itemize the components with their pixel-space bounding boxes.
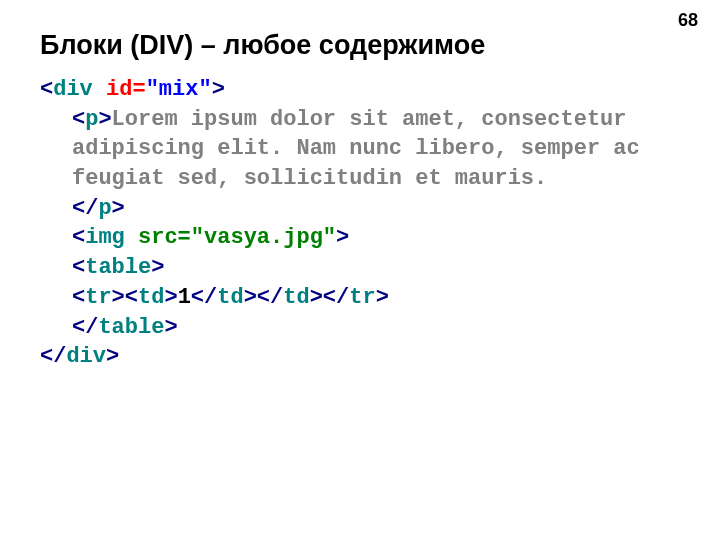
code-table-close: </table>: [72, 315, 178, 340]
angle-close: >: [112, 285, 125, 310]
attr-id: id=: [106, 77, 146, 102]
code-row: <tr><td>1</td></td></tr>: [72, 285, 389, 310]
slide-title: Блоки (DIV) – любое содержимое: [40, 30, 680, 61]
tag-tr: tr: [85, 285, 111, 310]
angle-open: </: [323, 285, 349, 310]
angle-close: >: [151, 255, 164, 280]
angle-open: <: [72, 255, 85, 280]
angle-open: </: [40, 344, 66, 369]
code-line-div-open: <div id="mix">: [40, 77, 225, 102]
tag-tr: tr: [349, 285, 375, 310]
tag-p: p: [98, 196, 111, 221]
angle-close: >: [212, 77, 225, 102]
page-number: 68: [678, 10, 698, 31]
code-img: <img src="vasya.jpg">: [72, 225, 349, 250]
angle-close: >: [310, 285, 323, 310]
angle-open: </: [257, 285, 283, 310]
code-p-close: </p>: [72, 196, 125, 221]
angle-close: >: [106, 344, 119, 369]
angle-close: >: [336, 225, 349, 250]
angle-open: <: [125, 285, 138, 310]
angle-open: <: [72, 107, 85, 132]
tag-td: td: [138, 285, 164, 310]
angle-close: >: [376, 285, 389, 310]
angle-close: >: [244, 285, 257, 310]
code-table-open: <table>: [72, 255, 164, 280]
code-p-open: <p>: [72, 107, 112, 132]
tag-img: img: [85, 225, 125, 250]
angle-open: </: [72, 196, 98, 221]
tag-table: table: [98, 315, 164, 340]
angle-open: </: [191, 285, 217, 310]
val-vasya: "vasya.jpg": [191, 225, 336, 250]
space: [93, 77, 106, 102]
tag-td: td: [283, 285, 309, 310]
tag-p: p: [85, 107, 98, 132]
angle-open: <: [40, 77, 53, 102]
angle-open: </: [72, 315, 98, 340]
angle-close: >: [112, 196, 125, 221]
tag-div: div: [53, 77, 93, 102]
angle-close: >: [164, 315, 177, 340]
slide: 68 Блоки (DIV) – любое содержимое <div i…: [0, 0, 720, 540]
cell-value: 1: [178, 285, 191, 310]
angle-open: <: [72, 285, 85, 310]
tag-div: div: [66, 344, 106, 369]
attr-src: src=: [138, 225, 191, 250]
space: [125, 225, 138, 250]
code-indent-block: <p>Lorem ipsum dolor sit amet, consectet…: [40, 105, 680, 343]
lorem-text: Lorem ipsum dolor sit amet, consectetur …: [72, 107, 653, 191]
tag-td: td: [217, 285, 243, 310]
angle-close: >: [164, 285, 177, 310]
angle-close: >: [98, 107, 111, 132]
tag-table: table: [85, 255, 151, 280]
code-div-close: </div>: [40, 344, 119, 369]
val-mix: "mix": [146, 77, 212, 102]
angle-open: <: [72, 225, 85, 250]
code-block: <div id="mix"> <p>Lorem ipsum dolor sit …: [40, 75, 680, 372]
